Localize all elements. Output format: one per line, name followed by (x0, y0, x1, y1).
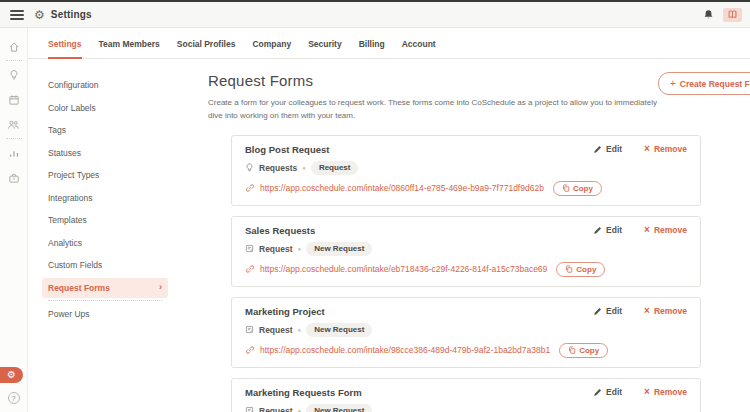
intake-url-link[interactable]: https://app.coschedule.com/intake/0860ff… (260, 183, 544, 193)
copy-label: Copy (573, 184, 593, 193)
home-icon[interactable] (1, 34, 27, 59)
dot-separator: ● (298, 408, 302, 412)
copy-url-button[interactable]: Copy (559, 343, 608, 358)
request-form-card: Marketing Requests Form Edit × Remove (231, 378, 701, 412)
form-clipboard-icon (245, 244, 254, 253)
edit-button[interactable]: Edit (593, 225, 622, 235)
edit-label: Edit (606, 387, 622, 397)
work-briefcase-icon[interactable] (1, 165, 27, 190)
clipboard-icon (562, 184, 570, 192)
request-forms-panel: Request Forms Create a form for your col… (168, 72, 724, 412)
sidenav-item-templates[interactable]: Templates (42, 210, 168, 230)
form-name: Blog Post Request (245, 144, 329, 155)
form-name: Marketing Project (245, 306, 325, 317)
create-request-form-button[interactable]: + Create Request Form (658, 72, 750, 95)
project-type-badge: New Request (306, 242, 372, 256)
team-members-icon[interactable] (1, 112, 27, 137)
tab-security[interactable]: Security (308, 39, 342, 58)
remove-button[interactable]: × Remove (644, 387, 687, 397)
sidenav-dotted-divider (48, 300, 162, 301)
clipboard-icon (565, 265, 573, 273)
hamburger-menu-icon[interactable] (10, 10, 24, 20)
form-name: Marketing Requests Form (245, 387, 362, 398)
main-area: Settings Team Members Social Profiles Co… (28, 28, 750, 412)
left-icon-rail: ⚙ ? (0, 28, 28, 412)
remove-label: Remove (654, 144, 687, 154)
intake-url-link[interactable]: https://app.coschedule.com/intake/98cce3… (260, 345, 550, 355)
create-request-form-label: Create Request Form (680, 79, 750, 89)
project-type-badge: New Request (306, 404, 372, 412)
remove-label: Remove (654, 306, 687, 316)
form-calendar-label: Request (259, 325, 293, 335)
edit-button[interactable]: Edit (593, 306, 622, 316)
help-docs-book-icon[interactable] (723, 8, 742, 22)
sidenav-item-label: Statuses (48, 148, 81, 158)
lightbulb-icon (245, 163, 254, 172)
form-clipboard-icon (245, 406, 254, 412)
link-icon (245, 345, 255, 355)
remove-button[interactable]: × Remove (644, 225, 687, 235)
copy-url-button[interactable]: Copy (553, 181, 602, 196)
request-form-card: Marketing Project Edit × Remove (231, 297, 701, 368)
project-type-badge: Request (311, 161, 359, 175)
sidenav-item-power-ups[interactable]: Power Ups (42, 304, 168, 324)
link-icon (245, 264, 255, 274)
request-forms-list: Blog Post Request Edit × Remove (208, 135, 724, 412)
sidenav-item-integrations[interactable]: Integrations (42, 188, 168, 208)
sidenav-item-label: Analytics (48, 238, 82, 248)
notifications-bell-icon[interactable] (703, 9, 714, 20)
copy-label: Copy (579, 346, 599, 355)
pencil-icon (593, 307, 602, 316)
rail-divider (6, 138, 22, 139)
sidenav-item-label: Color Labels (48, 103, 96, 113)
edit-button[interactable]: Edit (593, 144, 622, 154)
copy-url-button[interactable]: Copy (556, 262, 605, 277)
tab-company[interactable]: Company (252, 39, 291, 58)
calendar-icon[interactable] (1, 87, 27, 112)
analytics-chart-icon[interactable] (1, 140, 27, 165)
request-form-card: Blog Post Request Edit × Remove (231, 135, 701, 206)
edit-label: Edit (606, 306, 622, 316)
dot-separator: ● (298, 246, 302, 252)
tab-billing[interactable]: Billing (359, 39, 385, 58)
dot-separator: ● (298, 327, 302, 333)
form-name: Sales Requests (245, 225, 315, 236)
remove-button[interactable]: × Remove (644, 144, 687, 154)
help-question-icon[interactable]: ? (8, 392, 20, 404)
sidenav-item-tags[interactable]: Tags (42, 120, 168, 140)
x-icon: × (644, 225, 650, 235)
sidenav-item-statuses[interactable]: Statuses (42, 143, 168, 163)
sidenav-item-request-forms[interactable]: Request Forms › (42, 278, 168, 298)
settings-tabbar: Settings Team Members Social Profiles Co… (28, 28, 750, 59)
sidenav-item-project-types[interactable]: Project Types (42, 165, 168, 185)
settings-gear-icon: ⚙ (34, 9, 45, 21)
edit-button[interactable]: Edit (593, 387, 622, 397)
settings-active-gear-button[interactable]: ⚙ (0, 367, 23, 383)
sidenav-item-configuration[interactable]: Configuration (42, 75, 168, 95)
pencil-icon (593, 226, 602, 235)
remove-label: Remove (654, 225, 687, 235)
pencil-icon (593, 388, 602, 397)
dot-separator: ● (302, 165, 306, 171)
page-title: Request Forms (208, 72, 658, 89)
sidenav-item-label: Integrations (48, 193, 92, 203)
intake-url-link[interactable]: https://app.coschedule.com/intake/eb7184… (260, 264, 547, 274)
remove-button[interactable]: × Remove (644, 306, 687, 316)
tab-account[interactable]: Account (402, 39, 436, 58)
link-icon (245, 183, 255, 193)
tab-social-profiles[interactable]: Social Profiles (177, 39, 236, 58)
sidenav-item-custom-fields[interactable]: Custom Fields (42, 255, 168, 275)
page-description: Create a form for your colleagues to req… (208, 97, 658, 123)
chevron-right-icon: › (159, 283, 162, 292)
idea-lightbulb-icon[interactable] (1, 62, 27, 87)
tab-team-members[interactable]: Team Members (99, 39, 160, 58)
sidenav-item-analytics[interactable]: Analytics (42, 233, 168, 253)
sidenav-item-color-labels[interactable]: Color Labels (42, 98, 168, 118)
settings-sidenav: Configuration Color Labels Tags Statuses… (42, 72, 168, 412)
form-calendar-label: Request (259, 406, 293, 412)
page-header-title: Settings (51, 9, 92, 20)
sidenav-item-label: Tags (48, 125, 66, 135)
tab-settings[interactable]: Settings (48, 39, 82, 59)
x-icon: × (644, 306, 650, 316)
copy-label: Copy (576, 265, 596, 274)
